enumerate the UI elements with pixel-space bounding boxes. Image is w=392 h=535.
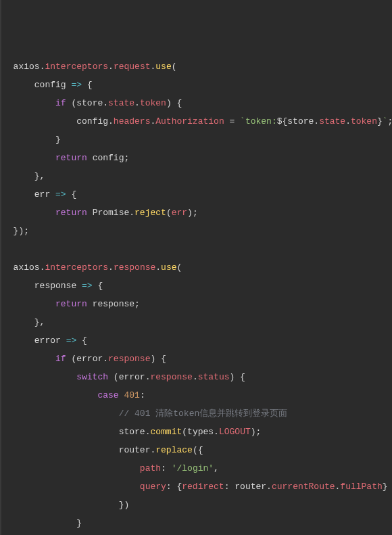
code-line: err => { [3, 185, 389, 204]
code-token: => [66, 335, 77, 346]
code-line: store.commit(types.LOGOUT); [3, 423, 389, 441]
code-token: }); [14, 226, 29, 236]
code-token: router [119, 445, 151, 455]
code-line: router.replace({ [3, 441, 389, 459]
code-token: { [93, 281, 103, 291]
code-line: switch (error.response.status) { [3, 368, 389, 386]
code-token: status [198, 372, 230, 382]
code-token: case [97, 390, 118, 400]
code-token: ) { [150, 354, 166, 364]
code-line: } [3, 514, 389, 532]
code-token: error [76, 354, 103, 364]
code-token: ( [177, 262, 182, 273]
code-line [3, 240, 389, 258]
code-token: ` [383, 116, 388, 126]
code-token: headers [114, 116, 151, 126]
code-token: } [55, 135, 61, 145]
code-token: redirect [182, 482, 224, 492]
code-token: . [108, 262, 114, 273]
code-token: . [108, 62, 114, 72]
code-token: { [66, 189, 77, 200]
code-token: return [55, 299, 87, 309]
code-token: ); [187, 208, 198, 218]
code-token: switch [76, 372, 108, 382]
code-token: config [34, 80, 72, 90]
code-token: return [55, 208, 87, 218]
code-token: router [235, 482, 266, 492]
code-line: }); [3, 222, 389, 240]
code-token: } [383, 482, 388, 492]
code-token: request [114, 62, 151, 72]
code-line: if (error.response) { [3, 350, 389, 368]
code-token: error [34, 335, 66, 346]
code-line: response => { [3, 277, 389, 295]
gutter-rule [0, 0, 1, 535]
code-line: } [3, 532, 389, 535]
code-token: . [266, 482, 272, 492]
code-token: ${ [277, 116, 288, 126]
code-token: { [76, 335, 87, 346]
code-token: `token: [240, 116, 277, 126]
code-token: : [161, 463, 172, 473]
code-token: fullPath [340, 482, 382, 492]
code-line: axios.interceptors.response.use( [3, 258, 389, 277]
code-token: . [345, 116, 351, 126]
code-line: }) [3, 496, 389, 514]
code-token: axios [14, 62, 40, 72]
code-token: }, [34, 171, 45, 181]
code-token: LOGOUT [219, 427, 251, 437]
code-token: . [103, 354, 108, 364]
code-token [87, 299, 93, 309]
code-token: token [140, 98, 166, 108]
code-token: error [119, 372, 145, 382]
code-block: axios.interceptors.request.use( config =… [0, 0, 392, 535]
code-token: use [155, 62, 171, 72]
code-token: return [55, 153, 87, 163]
code-token: . [103, 98, 108, 108]
code-token: ; [124, 153, 129, 163]
code-token: = [224, 116, 240, 126]
code-token: } [377, 116, 383, 126]
code-token: response [150, 372, 192, 382]
code-token: => [71, 80, 82, 90]
code-token: } [76, 518, 82, 528]
code-token: query [140, 482, 166, 492]
code-token: ( [166, 208, 172, 218]
code-token: ; [134, 299, 140, 309]
code-token: . [129, 208, 134, 218]
code-token: state [108, 98, 134, 108]
code-token: response [108, 354, 150, 364]
code-token: store [119, 427, 145, 437]
code-token: ); [251, 427, 262, 437]
code-token: ( [66, 98, 77, 108]
code-token: if [55, 98, 66, 108]
code-token: types [187, 427, 214, 437]
code-token: . [155, 262, 161, 273]
code-token: reject [134, 208, 166, 218]
code-token: ; [388, 116, 392, 126]
code-token: ( [108, 372, 119, 382]
code-token: Authorization [155, 116, 224, 126]
code-line: }, [3, 167, 389, 185]
code-line: axios.interceptors.request.use( [3, 57, 389, 76]
code-token: ) { [230, 372, 245, 382]
code-token: : [140, 390, 145, 400]
code-line: case 401: [3, 386, 389, 404]
code-token: token [351, 116, 377, 126]
code-token: axios [14, 262, 40, 273]
code-token: response [114, 262, 155, 273]
code-token: ) { [166, 98, 182, 108]
code-token: . [214, 427, 219, 437]
code-token: ( [182, 427, 187, 437]
code-token: response [34, 281, 82, 291]
code-token: currentRoute [272, 482, 335, 492]
code-token: commit [150, 427, 182, 437]
code-line: } [3, 131, 389, 149]
code-token: , [214, 463, 219, 473]
code-token: path [140, 463, 161, 473]
code-line: query: {redirect: router.currentRoute.fu… [3, 478, 389, 496]
code-token: '/login' [172, 463, 214, 473]
code-token: interceptors [45, 62, 108, 72]
code-token: err [34, 189, 55, 200]
code-token: : [224, 482, 235, 492]
